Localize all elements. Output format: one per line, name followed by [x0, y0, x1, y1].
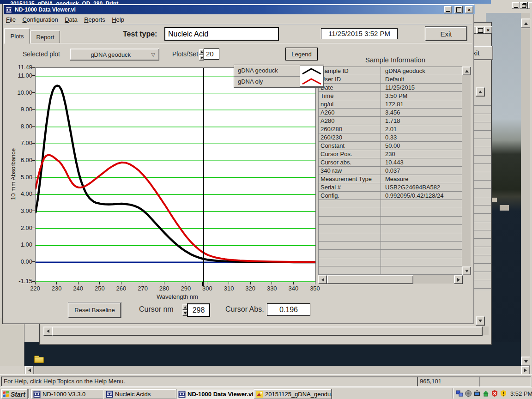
sample-table-vscrollbar[interactable]: [462, 66, 471, 274]
table-cell-value[interactable]: 1.718: [381, 117, 462, 125]
spectrum-plot[interactable]: [35, 67, 316, 282]
table-cell-value[interactable]: [381, 200, 462, 208]
tab-report[interactable]: Report: [30, 30, 60, 43]
table-cell-label[interactable]: Measurement Type: [319, 175, 381, 183]
table-cell-value[interactable]: Default: [381, 75, 462, 84]
table-row[interactable]: Time3:50 PM: [319, 92, 462, 100]
scroll-right-icon[interactable]: [454, 275, 463, 284]
table-cell-value[interactable]: 0.33: [381, 133, 462, 142]
table-cell-value[interactable]: USB2G24694BA582: [381, 183, 462, 192]
table-cell-label[interactable]: [319, 208, 381, 217]
table-cell-label[interactable]: Sample ID: [319, 67, 381, 75]
tab-plots[interactable]: Plots: [4, 28, 30, 44]
table-cell-value[interactable]: [381, 266, 462, 275]
test-type-input[interactable]: Nucleic Acid: [164, 27, 279, 41]
table-cell-label[interactable]: ng/ul: [319, 100, 381, 109]
table-row[interactable]: 340 raw0.037: [319, 167, 462, 175]
folder-icon[interactable]: [34, 356, 44, 363]
table-cell-value[interactable]: 11/25/2015: [381, 84, 462, 92]
scroll-left-icon[interactable]: [25, 366, 34, 375]
table-row[interactable]: Serial #USB2G24694BA582: [319, 183, 462, 192]
table-row[interactable]: [319, 250, 462, 258]
legend-entry-oly[interactable]: gDNA oly: [234, 76, 302, 87]
table-cell-value[interactable]: 0.992095/0.42/128/24: [381, 192, 462, 200]
table-cell-label[interactable]: [319, 217, 381, 225]
table-cell-value[interactable]: Measure: [381, 175, 462, 183]
table-cell-value[interactable]: [381, 242, 462, 250]
table-row[interactable]: A2603.456: [319, 109, 462, 117]
table-cell-value[interactable]: 10.443: [381, 158, 462, 167]
table-cell-label[interactable]: [319, 225, 381, 233]
close-icon[interactable]: ×: [465, 6, 473, 13]
plots-per-set-input[interactable]: 20: [204, 48, 219, 60]
scroll-left-icon[interactable]: [318, 275, 327, 284]
table-cell-label[interactable]: [319, 250, 381, 258]
table-cell-label[interactable]: 260/280: [319, 125, 381, 133]
restore-icon[interactable]: [520, 2, 528, 9]
table-row[interactable]: 260/2300.33: [319, 133, 462, 142]
display-icon[interactable]: [473, 390, 481, 397]
table-row[interactable]: [319, 233, 462, 242]
table-row[interactable]: Cursor Pos.230: [319, 150, 462, 158]
menu-item-configuration[interactable]: Configuration: [20, 15, 60, 24]
table-row[interactable]: Sample IDgDNA geoduck: [319, 67, 462, 75]
bg-horizontal-scrollbar[interactable]: [43, 326, 489, 335]
table-cell-label[interactable]: [319, 266, 381, 275]
table-cell-label[interactable]: A260: [319, 109, 381, 117]
bg-maximize-icon[interactable]: [476, 26, 484, 34]
taskbar-button-nucleic-acids[interactable]: Nucleic Acids: [103, 389, 178, 399]
table-row[interactable]: [319, 200, 462, 208]
table-cell-label[interactable]: Cursor Pos.: [319, 150, 381, 158]
start-button[interactable]: Start: [1, 389, 28, 399]
menu-item-help[interactable]: Help: [109, 15, 127, 24]
exceed-house-icon[interactable]: [482, 390, 490, 397]
bg-scroll-left-icon[interactable]: [43, 326, 53, 336]
legend-button[interactable]: Legend: [285, 48, 318, 60]
title-bar[interactable]: ND-1000 Data Viewer.vi ×: [4, 5, 475, 14]
bg-close-icon[interactable]: ×: [484, 26, 492, 34]
table-cell-label[interactable]: 340 raw: [319, 167, 381, 175]
bg-scroll-thumb[interactable]: [52, 326, 483, 336]
table-cell-value[interactable]: [381, 250, 462, 258]
table-cell-value[interactable]: 230: [381, 150, 462, 158]
table-row[interactable]: [319, 217, 462, 225]
table-cell-value[interactable]: 2.01: [381, 125, 462, 133]
plot-legend[interactable]: gDNA geoduck gDNA oly: [234, 65, 324, 88]
table-cell-value[interactable]: [381, 217, 462, 225]
table-row[interactable]: User IDDefault: [319, 75, 462, 84]
volume-icon[interactable]: [465, 390, 472, 397]
table-cell-label[interactable]: User ID: [319, 75, 381, 84]
maximize-icon[interactable]: [454, 6, 463, 13]
table-cell-label[interactable]: Serial #: [319, 183, 381, 192]
exit-button[interactable]: Exit: [425, 27, 467, 41]
table-cell-value[interactable]: [381, 233, 462, 242]
menu-item-data[interactable]: Data: [62, 15, 79, 24]
security-alert-shield-icon[interactable]: [491, 390, 498, 397]
table-cell-label[interactable]: [319, 200, 381, 208]
table-cell-label[interactable]: Cursor abs.: [319, 158, 381, 167]
scroll-up-icon[interactable]: [462, 66, 471, 75]
table-row[interactable]: [319, 258, 462, 266]
table-row[interactable]: [319, 266, 462, 275]
scroll-up-icon[interactable]: [521, 18, 531, 28]
minimize-icon[interactable]: [444, 6, 452, 13]
table-cell-value[interactable]: [381, 208, 462, 217]
table-row[interactable]: [319, 208, 462, 217]
table-row[interactable]: Cursor abs.10.443: [319, 158, 462, 167]
taskbar-button-nd1000[interactable]: ND-1000 V3.3.0: [31, 389, 106, 399]
scroll-down-icon[interactable]: [462, 266, 471, 275]
table-row[interactable]: Measurement TypeMeasure: [319, 175, 462, 183]
table-cell-label[interactable]: [319, 233, 381, 242]
table-cell-label[interactable]: A280: [319, 117, 381, 125]
cursor-nm-input[interactable]: 298: [187, 303, 210, 317]
table-cell-label[interactable]: Date: [319, 84, 381, 92]
table-row[interactable]: A2801.718: [319, 117, 462, 125]
table-cell-label[interactable]: 260/230: [319, 133, 381, 142]
minimize-icon[interactable]: [512, 2, 520, 9]
menu-item-reports[interactable]: Reports: [82, 15, 108, 24]
table-cell-value[interactable]: 172.81: [381, 100, 462, 109]
table-cell-label[interactable]: Config.: [319, 192, 381, 200]
table-cell-label[interactable]: [319, 242, 381, 250]
table-cell-value[interactable]: gDNA geoduck: [381, 67, 462, 75]
table-row[interactable]: Config.0.992095/0.42/128/24: [319, 192, 462, 200]
